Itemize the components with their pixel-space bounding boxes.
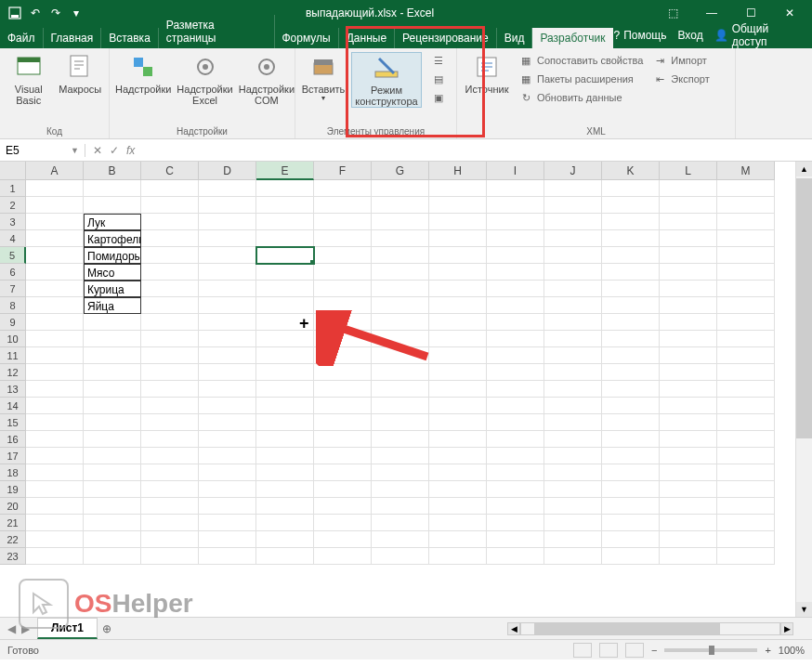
cell[interactable] (141, 464, 199, 481)
cell[interactable] (487, 431, 544, 448)
cell[interactable] (660, 431, 717, 448)
cell[interactable] (372, 297, 429, 314)
cell[interactable] (256, 448, 314, 464)
source-button[interactable]: Источник (463, 52, 511, 95)
cell[interactable] (84, 498, 141, 515)
cell[interactable] (602, 448, 660, 464)
cell[interactable] (199, 197, 256, 214)
cell[interactable] (372, 398, 429, 414)
cell[interactable] (141, 314, 199, 331)
cell[interactable] (84, 197, 141, 214)
save-icon[interactable] (6, 4, 24, 22)
cell[interactable] (84, 364, 141, 381)
cell[interactable] (256, 364, 314, 381)
cell[interactable] (717, 548, 775, 565)
cell[interactable] (199, 515, 256, 531)
cell[interactable] (602, 381, 660, 398)
cell[interactable]: Яйца (84, 297, 141, 314)
cell[interactable] (199, 481, 256, 498)
cell[interactable] (141, 515, 199, 531)
cell[interactable] (487, 398, 544, 414)
zoom-level[interactable]: 100% (779, 645, 805, 656)
cell[interactable] (372, 531, 429, 548)
cell[interactable] (314, 515, 372, 531)
cell[interactable] (199, 314, 256, 331)
cell[interactable] (660, 230, 717, 247)
cell[interactable] (84, 548, 141, 565)
cell[interactable] (429, 197, 487, 214)
row-header[interactable]: 8 (0, 297, 26, 314)
hscroll-left-icon[interactable]: ◀ (507, 622, 520, 635)
cell[interactable] (141, 264, 199, 281)
cell[interactable] (429, 281, 487, 297)
cell[interactable] (26, 414, 84, 431)
column-header[interactable]: D (199, 162, 256, 180)
column-header[interactable]: E (256, 162, 314, 180)
row-header[interactable]: 20 (0, 498, 26, 515)
cell[interactable] (544, 548, 602, 565)
cell[interactable] (256, 531, 314, 548)
cell[interactable] (602, 548, 660, 565)
share-button[interactable]: 👤Общий доступ (714, 22, 805, 48)
cell[interactable] (429, 180, 487, 197)
cell[interactable] (26, 381, 84, 398)
cell[interactable] (199, 498, 256, 515)
row-header[interactable]: 13 (0, 381, 26, 398)
cell[interactable] (256, 314, 314, 331)
cell[interactable] (141, 331, 199, 347)
cell[interactable] (660, 481, 717, 498)
cell[interactable] (141, 548, 199, 565)
cell[interactable] (372, 331, 429, 347)
cell[interactable] (544, 464, 602, 481)
cell[interactable] (199, 297, 256, 314)
page-layout-view-icon[interactable] (599, 643, 618, 658)
cell[interactable] (256, 230, 314, 247)
cell[interactable] (141, 197, 199, 214)
cell[interactable] (660, 548, 717, 565)
zoom-in-icon[interactable]: + (765, 645, 770, 656)
addins-button[interactable]: Надстройки (115, 52, 171, 95)
cell[interactable] (84, 398, 141, 414)
cell[interactable] (429, 548, 487, 565)
cell[interactable] (544, 431, 602, 448)
cell[interactable] (544, 297, 602, 314)
cell[interactable] (487, 297, 544, 314)
cell[interactable] (26, 297, 84, 314)
qat-dropdown-icon[interactable]: ▾ (67, 4, 85, 22)
cell[interactable] (717, 531, 775, 548)
column-header[interactable]: J (544, 162, 602, 180)
row-header[interactable]: 10 (0, 331, 26, 347)
cell[interactable] (660, 180, 717, 197)
cell[interactable] (84, 531, 141, 548)
cell[interactable] (26, 230, 84, 247)
cell[interactable] (199, 247, 256, 264)
cell[interactable] (314, 381, 372, 398)
cell[interactable] (372, 180, 429, 197)
cell[interactable] (26, 431, 84, 448)
cell[interactable] (544, 448, 602, 464)
row-header[interactable]: 4 (0, 230, 26, 247)
cell[interactable] (487, 364, 544, 381)
tab-data[interactable]: Данные (339, 28, 395, 48)
cell[interactable] (717, 498, 775, 515)
cell[interactable] (314, 314, 372, 331)
cell[interactable] (602, 481, 660, 498)
cell[interactable] (26, 464, 84, 481)
map-properties-button[interactable]: ▦Сопоставить свойства (517, 52, 645, 69)
cell[interactable] (602, 247, 660, 264)
select-all-corner[interactable] (0, 162, 26, 180)
cell[interactable] (544, 515, 602, 531)
cell[interactable] (487, 331, 544, 347)
column-header[interactable]: A (26, 162, 84, 180)
cell[interactable] (602, 314, 660, 331)
cell[interactable] (660, 464, 717, 481)
row-header[interactable]: 16 (0, 431, 26, 448)
cell[interactable] (602, 515, 660, 531)
cell[interactable] (372, 431, 429, 448)
vertical-scrollbar[interactable]: ▲ ▼ (795, 162, 812, 617)
cell[interactable] (429, 414, 487, 431)
row-header[interactable]: 11 (0, 347, 26, 364)
cell[interactable] (26, 364, 84, 381)
properties-button[interactable]: ☰ (429, 52, 448, 69)
cell[interactable] (314, 230, 372, 247)
